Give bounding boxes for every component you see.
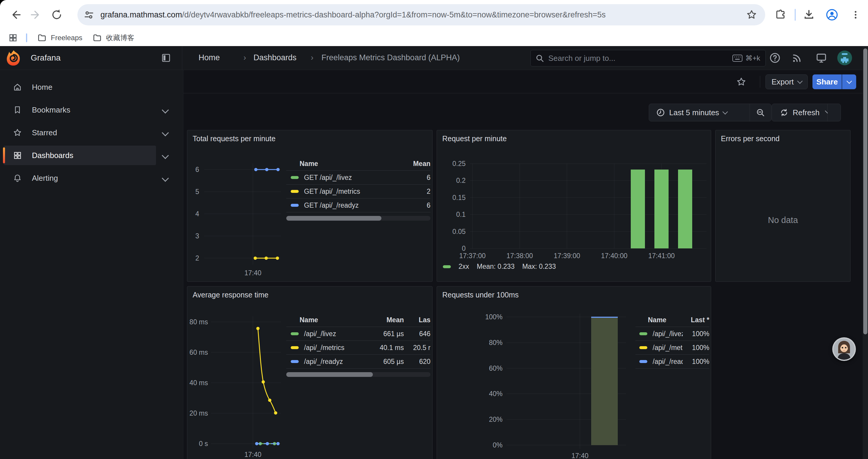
series-swatch-blue[interactable] <box>291 204 299 207</box>
panel-title[interactable]: Errors per second <box>721 134 780 143</box>
folder-icon <box>92 33 102 42</box>
legend-row[interactable]: GET /api/_/metrics 2 <box>286 185 430 198</box>
series-swatch-yellow[interactable] <box>639 346 647 349</box>
legend-scrollbar-thumb[interactable] <box>286 216 381 221</box>
series-name[interactable]: /api/_/readyz <box>304 358 366 366</box>
panel-errors-per-second[interactable]: Errors per second No data <box>715 130 850 282</box>
assistant-avatar[interactable] <box>832 337 856 361</box>
breadcrumb-dashboards[interactable]: Dashboards <box>253 53 297 62</box>
y-tick: 0 <box>437 244 466 253</box>
browser-menu-button[interactable] <box>848 8 863 22</box>
legend-row[interactable]: GET /api/_/readyz 6 <box>286 198 430 212</box>
legend-row[interactable]: /api/_/metrics 40.1 ms 20.5 r <box>286 341 430 355</box>
chevron-down-icon[interactable] <box>162 129 169 136</box>
series-swatch-green[interactable] <box>291 176 299 179</box>
y-tick: 60 ms <box>187 349 208 357</box>
bookmark-star-icon[interactable] <box>746 9 757 21</box>
legend-col-name[interactable]: Name <box>648 316 683 324</box>
share-menu-button[interactable] <box>842 74 856 89</box>
requests-under-100ms-chart[interactable] <box>437 287 711 459</box>
panel-average-response-time[interactable]: Average response time 80 ms 60 ms 40 ms … <box>187 286 433 459</box>
kiosk-mode-button[interactable] <box>814 51 829 65</box>
series-name[interactable]: /api/_/livez <box>653 330 683 338</box>
time-range-picker[interactable]: Last 5 minutes <box>649 104 749 121</box>
forward-button[interactable] <box>29 8 43 22</box>
sidebar-item-home[interactable]: Home <box>0 77 183 97</box>
panel-request-per-minute[interactable]: Request per minute 0.25 0.2 0.15 0.1 0.0… <box>437 130 711 282</box>
series-name[interactable]: GET /api/_/livez <box>304 174 395 182</box>
sidebar-item-starred[interactable]: Starred <box>0 123 183 142</box>
refresh-button[interactable]: Refresh <box>772 104 827 121</box>
series-max: Max: 0.233 <box>522 263 556 270</box>
panel-requests-under-100ms[interactable]: Requests under 100ms 100% 80% 60% 40% 20… <box>437 286 711 459</box>
legend-col-name[interactable]: Name <box>300 316 366 324</box>
url-text[interactable]: grafana.mathmast.com/d/deytv4rwavabkb/fr… <box>100 10 746 20</box>
legend-scrollbar[interactable] <box>286 216 430 221</box>
chevron-down-icon[interactable] <box>162 152 169 159</box>
user-avatar[interactable] <box>837 51 852 65</box>
legend-row[interactable]: /api/_/readyz 100% <box>636 355 709 369</box>
series-swatch-green[interactable] <box>639 332 647 335</box>
legend-scrollbar[interactable] <box>286 372 430 377</box>
extensions-button[interactable] <box>773 8 788 22</box>
bookmark-folder-blogs[interactable]: 收藏博客 <box>92 33 134 42</box>
series-name[interactable]: GET /api/_/metrics <box>304 188 395 196</box>
refresh-interval-button[interactable] <box>827 104 840 121</box>
share-button[interactable]: Share <box>812 74 842 89</box>
legend-col-mean[interactable]: Mean <box>366 316 404 324</box>
chevron-down-icon[interactable] <box>162 106 169 113</box>
url-bar[interactable]: grafana.mathmast.com/d/deytv4rwavabkb/fr… <box>78 4 765 25</box>
breadcrumb-home[interactable]: Home <box>198 53 220 62</box>
series-swatch-green[interactable] <box>291 332 299 335</box>
downloads-button[interactable] <box>802 8 816 22</box>
page-scrollbar-thumb[interactable] <box>863 48 867 334</box>
apps-grid-button[interactable] <box>8 33 18 42</box>
forward-icon <box>30 9 42 21</box>
series-name[interactable]: /api/_/metrics <box>653 344 683 352</box>
chevron-down-icon[interactable] <box>162 174 169 182</box>
site-settings-icon[interactable] <box>84 10 94 20</box>
legend-scrollbar-thumb[interactable] <box>286 372 373 377</box>
series-name[interactable]: /api/_/metrics <box>304 344 366 352</box>
legend-row[interactable]: /api/_/metrics 100% <box>636 341 709 355</box>
breadcrumb-separator: › <box>243 53 246 62</box>
profile-button[interactable] <box>825 8 839 22</box>
page-scrollbar[interactable] <box>863 46 868 459</box>
help-button[interactable] <box>768 51 782 65</box>
series-swatch-blue[interactable] <box>639 360 647 363</box>
favorite-star-icon[interactable] <box>736 77 746 87</box>
sidebar-item-dashboards[interactable]: Dashboards <box>0 145 183 165</box>
series-name[interactable]: GET /api/_/readyz <box>304 201 395 209</box>
legend-row[interactable]: /api/_/readyz 605 µs 620 <box>286 355 430 369</box>
legend-col-mean[interactable]: Mean <box>395 160 430 168</box>
sidebar-item-bookmarks[interactable]: Bookmarks <box>0 100 183 120</box>
dashboard-actions-bar: Export Share <box>183 70 863 93</box>
grafana-logo[interactable] <box>6 50 20 66</box>
series-swatch-yellow[interactable] <box>291 190 299 193</box>
legend-row[interactable]: GET /api/_/livez 6 <box>286 171 430 185</box>
series-name[interactable]: 2xx <box>459 263 469 270</box>
grafana-brand[interactable]: Grafana <box>31 53 61 63</box>
export-button[interactable]: Export <box>766 74 808 89</box>
series-name[interactable]: /api/_/livez <box>304 330 366 338</box>
news-button[interactable] <box>790 51 804 65</box>
nav-divider <box>182 46 182 70</box>
series-swatch-yellow[interactable] <box>291 346 299 349</box>
search-input[interactable]: Search or jump to... ⌘+k <box>530 50 766 66</box>
zoom-out-button[interactable] <box>749 104 771 121</box>
legend-col-name[interactable]: Name <box>300 160 395 168</box>
series-swatch-green[interactable] <box>443 265 451 268</box>
panel-total-requests[interactable]: Total requests per minute 6 5 4 3 2 17:4… <box>187 130 433 282</box>
sidebar-item-alerting[interactable]: Alerting <box>0 168 183 188</box>
series-name[interactable]: /api/_/readyz <box>653 358 683 366</box>
dock-menu-toggle-icon[interactable] <box>161 53 171 63</box>
series-swatch-blue[interactable] <box>291 360 299 363</box>
back-button[interactable] <box>8 8 23 22</box>
legend-col-last[interactable]: Last * <box>683 316 709 324</box>
legend-row[interactable]: /api/_/livez 100% <box>636 327 709 341</box>
legend-col-last[interactable]: Las <box>404 316 430 324</box>
toolbar-divider <box>795 9 796 21</box>
reload-button[interactable] <box>50 8 64 22</box>
legend-row[interactable]: /api/_/livez 661 µs 646 <box>286 327 430 341</box>
bookmark-folder-freeleaps[interactable]: Freeleaps <box>37 33 83 42</box>
